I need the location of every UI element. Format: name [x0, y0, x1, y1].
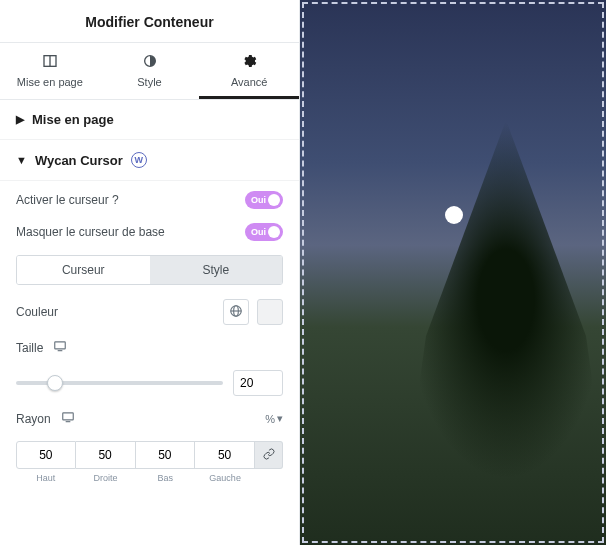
responsive-icon[interactable] [53, 339, 67, 356]
panel-title: Modifier Conteneur [0, 0, 299, 42]
layout-icon [42, 53, 58, 72]
panel-tabs: Mise en page Style Avancé [0, 42, 299, 100]
toggle-state: Oui [251, 195, 266, 205]
hide-base-toggle[interactable]: Oui [245, 223, 283, 241]
activate-label: Activer le curseur ? [16, 193, 119, 207]
unit-value: % [265, 413, 275, 425]
contrast-icon [142, 53, 158, 72]
custom-cursor-dot [445, 206, 463, 224]
tab-layout[interactable]: Mise en page [0, 43, 100, 99]
tab-label: Avancé [231, 76, 268, 88]
slider-thumb[interactable] [47, 375, 63, 391]
gear-icon [241, 53, 257, 72]
caret-down-icon: ▼ [16, 154, 27, 166]
radius-right-input[interactable] [76, 441, 136, 469]
chevron-down-icon: ▾ [277, 412, 283, 425]
subtab-style[interactable]: Style [150, 256, 283, 284]
activate-toggle[interactable]: Oui [245, 191, 283, 209]
responsive-icon[interactable] [61, 410, 75, 427]
color-swatch[interactable] [257, 299, 283, 325]
link-values-button[interactable] [255, 441, 283, 469]
hide-base-label: Masquer le curseur de base [16, 225, 165, 239]
caption-right: Droite [94, 473, 118, 483]
radius-label: Rayon [16, 412, 51, 426]
caret-right-icon: ▶ [16, 113, 24, 126]
size-input[interactable] [233, 370, 283, 396]
tab-advanced[interactable]: Avancé [199, 43, 299, 99]
section-title: Wycan Cursor [35, 153, 123, 168]
caption-left: Gauche [209, 473, 241, 483]
tab-label: Style [137, 76, 161, 88]
global-color-button[interactable] [223, 299, 249, 325]
caption-bottom: Bas [158, 473, 174, 483]
radius-left-input[interactable] [195, 441, 255, 469]
section-layout-header[interactable]: ▶ Mise en page [0, 100, 299, 140]
radius-unit-selector[interactable]: % ▾ [265, 412, 283, 425]
svg-rect-6 [55, 342, 66, 349]
caption-top: Haut [36, 473, 55, 483]
color-label: Couleur [16, 305, 58, 319]
radius-bottom-input[interactable] [136, 441, 196, 469]
radius-top-input[interactable] [16, 441, 76, 469]
selection-outline [302, 2, 604, 543]
preview-canvas[interactable] [300, 0, 606, 545]
size-label: Taille [16, 341, 43, 355]
section-wycan-body: Activer le curseur ? Oui Masquer le curs… [0, 181, 299, 497]
section-title: Mise en page [32, 112, 114, 127]
globe-icon [229, 304, 243, 321]
svg-rect-8 [62, 413, 73, 420]
tab-style[interactable]: Style [100, 43, 200, 99]
size-slider[interactable] [16, 374, 223, 392]
section-wycan-header[interactable]: ▼ Wycan Cursor W [0, 140, 299, 181]
wycan-badge-icon: W [131, 152, 147, 168]
toggle-state: Oui [251, 227, 266, 237]
subtab-cursor[interactable]: Curseur [17, 256, 150, 284]
link-icon [263, 448, 275, 463]
tab-label: Mise en page [17, 76, 83, 88]
subtab-switch: Curseur Style [16, 255, 283, 285]
